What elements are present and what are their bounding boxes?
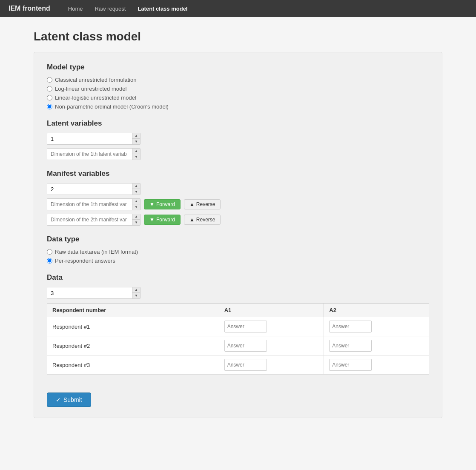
manifest-dim-up-2[interactable]: ▲ xyxy=(132,214,140,220)
reverse-label-2: Reverse xyxy=(196,217,215,223)
reverse-btn-1[interactable]: ▲ Reverse xyxy=(184,199,221,209)
nav-home[interactable]: Home xyxy=(63,2,88,15)
data-count-spinner[interactable]: ▲ ▼ xyxy=(47,287,141,299)
latent-dim-down[interactable]: ▼ xyxy=(132,154,140,160)
table-head: Respondent number A1 A2 xyxy=(47,304,429,317)
answer-input-1-a2[interactable] xyxy=(330,321,372,332)
data-count-up[interactable]: ▲ xyxy=(132,287,140,293)
manifest-count-up[interactable]: ▲ xyxy=(132,183,140,189)
submit-button[interactable]: ✓ Submit xyxy=(47,393,91,407)
latent-count-input[interactable] xyxy=(47,133,132,144)
data-count-down[interactable]: ▼ xyxy=(132,293,140,298)
respondent-3-a1-cell: ▲ ▼ xyxy=(219,355,324,375)
radio-per-respondent-input[interactable] xyxy=(47,258,52,264)
manifest-dim-buttons-1: ▲ ▼ xyxy=(132,199,140,210)
radio-per-respondent[interactable]: Per-respondent answers xyxy=(47,258,429,264)
manifest-variables-title: Manifest variables xyxy=(47,169,429,178)
latent-dim-row: ▲ ▼ xyxy=(47,148,429,160)
respondents-table: Respondent number A1 A2 Respondent #1 xyxy=(47,303,429,375)
manifest-dim-row-1: ▲ ▼ ▼ Forward ▲ Reverse xyxy=(47,198,429,210)
manifest-dim-spinner-1[interactable]: ▲ ▼ xyxy=(47,198,141,210)
manifest-count-spinner[interactable]: ▲ ▼ xyxy=(47,183,141,195)
radio-linearlogistic-input[interactable] xyxy=(47,95,52,100)
radio-raw-data[interactable]: Raw data textarea (in IEM format) xyxy=(47,249,429,255)
forward-label-1: Forward xyxy=(156,201,175,207)
manifest-dim-up-1[interactable]: ▲ xyxy=(132,199,140,204)
manifest-dim-down-1[interactable]: ▼ xyxy=(132,204,140,210)
radio-nonparametric[interactable]: Non-parametric ordinal model (Croon's mo… xyxy=(47,103,429,110)
radio-linearlogistic[interactable]: Linear-logistic unrestricted model xyxy=(47,95,429,101)
respondent-2-a1-cell: ▲ ▼ xyxy=(219,336,324,355)
data-section: Data ▲ ▼ Respondent number A1 A2 xyxy=(47,273,429,375)
answer-spinner-1-a1[interactable]: ▲ ▼ xyxy=(224,321,267,332)
submit-icon: ✓ xyxy=(56,396,61,403)
table-header-row: Respondent number A1 A2 xyxy=(47,304,429,317)
respondent-1-a2-cell: ▲ ▼ xyxy=(324,317,429,336)
respondent-1-label: Respondent #1 xyxy=(47,317,219,336)
radio-classical-input[interactable] xyxy=(47,77,52,83)
nav-latent-class[interactable]: Latent class model xyxy=(132,2,192,15)
latent-dim-spinner[interactable]: ▲ ▼ xyxy=(47,148,141,160)
manifest-count-down[interactable]: ▼ xyxy=(132,189,140,195)
data-section-title: Data xyxy=(47,273,429,282)
form-panel: Model type Classical unrestricted formul… xyxy=(34,52,442,418)
data-type-radio-group: Raw data textarea (in IEM format) Per-re… xyxy=(47,249,429,264)
answer-input-2-a2[interactable] xyxy=(330,340,372,351)
latent-count-down[interactable]: ▼ xyxy=(132,139,140,144)
forward-icon-1: ▼ xyxy=(149,201,155,207)
manifest-dim-buttons-2: ▲ ▼ xyxy=(132,214,140,225)
answer-input-2-a1[interactable] xyxy=(225,340,267,351)
data-type-section: Data type Raw data textarea (in IEM form… xyxy=(47,235,429,264)
respondent-3-a2-cell: ▲ ▼ xyxy=(324,355,429,375)
table-body: Respondent #1 ▲ ▼ xyxy=(47,317,429,375)
latent-dim-input[interactable] xyxy=(47,149,132,160)
col-a1: A1 xyxy=(219,304,324,317)
table-row: Respondent #3 ▲ ▼ xyxy=(47,355,429,375)
reverse-btn-2[interactable]: ▲ Reverse xyxy=(184,215,221,225)
reverse-icon-1: ▲ xyxy=(189,201,195,207)
latent-count-buttons: ▲ ▼ xyxy=(132,133,140,144)
answer-spinner-3-a2[interactable]: ▲ ▼ xyxy=(329,359,372,371)
manifest-dim-input-1[interactable] xyxy=(47,199,132,210)
reverse-icon-2: ▲ xyxy=(189,217,195,223)
answer-input-1-a1[interactable] xyxy=(225,321,267,332)
radio-loglinear-input[interactable] xyxy=(47,86,52,92)
data-count-input[interactable] xyxy=(47,287,132,298)
nav-links: Home Raw request Latent class model xyxy=(63,2,193,15)
manifest-dim-down-2[interactable]: ▼ xyxy=(132,220,140,225)
latent-count-up[interactable]: ▲ xyxy=(132,133,140,139)
page-content: Latent class model Model type Classical … xyxy=(25,30,451,418)
manifest-dim-input-2[interactable] xyxy=(47,214,132,225)
answer-spinner-2-a2[interactable]: ▲ ▼ xyxy=(329,340,372,352)
manifest-dim-spinner-2[interactable]: ▲ ▼ xyxy=(47,214,141,226)
col-respondent: Respondent number xyxy=(47,304,219,317)
nav-raw-request[interactable]: Raw request xyxy=(89,2,131,15)
respondent-2-a2-cell: ▲ ▼ xyxy=(324,336,429,355)
radio-loglinear[interactable]: Log-linear unrestricted model xyxy=(47,86,429,92)
forward-btn-2[interactable]: ▼ Forward xyxy=(144,215,181,225)
radio-raw-data-input[interactable] xyxy=(47,249,52,255)
radio-classical[interactable]: Classical unrestricted formulation xyxy=(47,77,429,83)
answer-spinner-2-a1[interactable]: ▲ ▼ xyxy=(224,340,267,352)
latent-dim-up[interactable]: ▲ xyxy=(132,149,140,154)
answer-spinner-1-a2[interactable]: ▲ ▼ xyxy=(329,321,372,332)
manifest-count-input[interactable] xyxy=(47,183,132,195)
answer-spinner-3-a1[interactable]: ▲ ▼ xyxy=(224,359,267,371)
navbar: IEM frontend Home Raw request Latent cla… xyxy=(0,0,476,17)
manifest-count-buttons: ▲ ▼ xyxy=(132,183,140,195)
submit-label: Submit xyxy=(63,396,82,403)
model-type-radio-group: Classical unrestricted formulation Log-l… xyxy=(47,77,429,110)
table-row: Respondent #1 ▲ ▼ xyxy=(47,317,429,336)
model-type-section: Model type Classical unrestricted formul… xyxy=(47,63,429,110)
respondent-2-label: Respondent #2 xyxy=(47,336,219,355)
latent-count-spinner[interactable]: ▲ ▼ xyxy=(47,133,141,145)
radio-nonparametric-input[interactable] xyxy=(47,104,52,109)
latent-variables-section: Latent variables ▲ ▼ ▲ ▼ xyxy=(47,119,429,160)
respondent-3-label: Respondent #3 xyxy=(47,355,219,375)
answer-input-3-a2[interactable] xyxy=(330,359,372,370)
answer-input-3-a1[interactable] xyxy=(225,359,267,370)
data-type-title: Data type xyxy=(47,235,429,244)
radio-linearlogistic-label: Linear-logistic unrestricted model xyxy=(55,95,136,101)
manifest-variables-section: Manifest variables ▲ ▼ ▲ ▼ ▼ xyxy=(47,169,429,226)
forward-btn-1[interactable]: ▼ Forward xyxy=(144,199,181,209)
